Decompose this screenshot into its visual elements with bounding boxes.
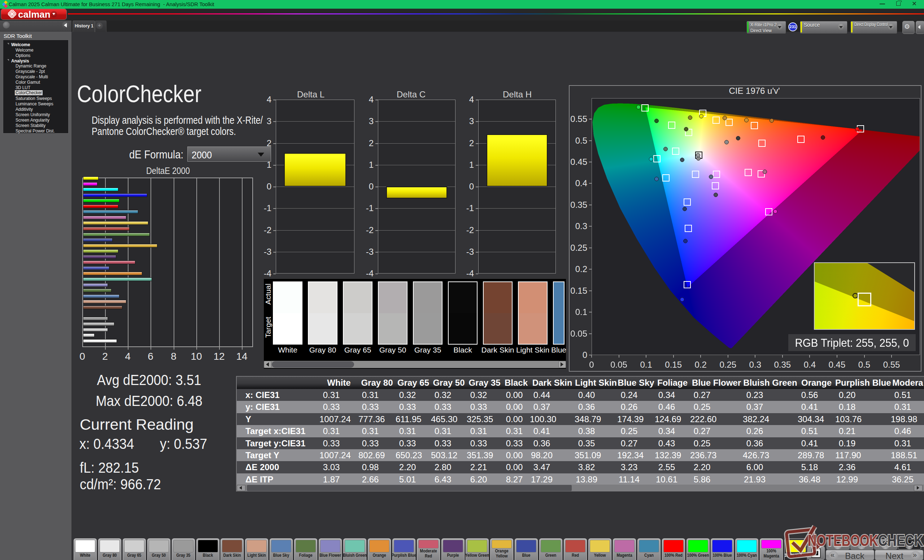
svg-text:NOTEBOOK: NOTEBOOK <box>808 532 878 549</box>
svg-text:CHECK: CHECK <box>878 532 923 549</box>
